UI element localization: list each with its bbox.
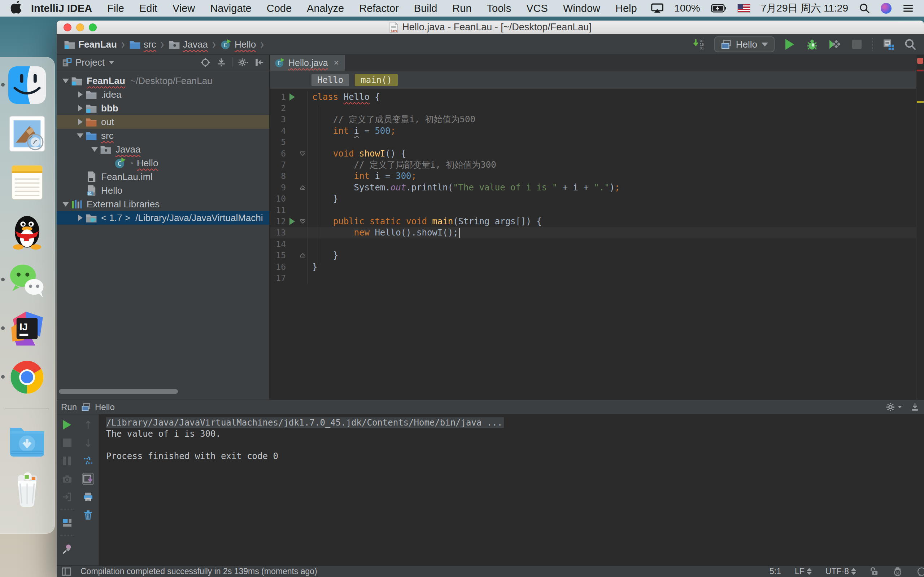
expander-closed-icon[interactable]	[75, 119, 86, 125]
collapse-all-icon[interactable]	[216, 57, 226, 68]
menu-intellij-idea[interactable]: IntelliJ IDEA	[30, 3, 100, 15]
notifications-icon[interactable]	[916, 567, 924, 576]
tree-item-.idea[interactable]: .idea	[57, 88, 269, 102]
menu-navigate[interactable]: Navigate	[202, 3, 259, 15]
run-tab-label[interactable]: Hello	[95, 402, 115, 412]
menu-build[interactable]: Build	[406, 3, 445, 15]
expander-open-icon[interactable]	[60, 202, 71, 206]
settings-gear-icon[interactable]	[238, 57, 248, 68]
window-title-bar[interactable]: java Hello.java - FeanLau - [~/Desktop/F…	[57, 21, 924, 34]
run-settings-button[interactable]	[886, 403, 903, 412]
tree-item-out[interactable]: out	[57, 115, 269, 129]
breadcrumb-class[interactable]: Hello	[312, 74, 349, 86]
console-line[interactable]: Process finished with exit code 0	[106, 451, 924, 462]
pin-tab-icon[interactable]	[61, 543, 73, 555]
minimize-window-button[interactable]	[76, 23, 84, 31]
code-line-8[interactable]: 8 int i = 300;	[270, 171, 924, 182]
tree-item-javaa[interactable]: Javaa	[57, 142, 269, 156]
dock-mail[interactable]	[8, 115, 46, 153]
run-button[interactable]	[782, 37, 797, 52]
code-line-9[interactable]: 9 System.out.println("The value of i is …	[270, 182, 924, 193]
code-line-11[interactable]: 11	[270, 205, 924, 216]
soft-wrap-icon[interactable]	[82, 455, 94, 467]
code-line-13[interactable]: 13 new Hello().showI();	[270, 227, 924, 239]
line-separator-select[interactable]: LF	[795, 567, 812, 576]
hide-run-panel-icon[interactable]	[910, 403, 920, 412]
notification-center-icon[interactable]	[902, 3, 914, 13]
status-message[interactable]: Compilation completed successfully in 2s…	[81, 567, 317, 576]
clear-console-icon[interactable]	[82, 509, 94, 521]
expander-open-icon[interactable]	[89, 147, 100, 152]
code-line-2[interactable]: 2	[270, 102, 924, 114]
close-window-button[interactable]	[63, 23, 71, 31]
console-line[interactable]	[106, 440, 924, 451]
prev-occurrence-icon[interactable]: ↑	[82, 419, 94, 431]
menu-analyze[interactable]: Analyze	[299, 3, 352, 15]
fold-open-icon[interactable]	[298, 150, 307, 157]
spotlight-search-icon[interactable]	[859, 3, 870, 14]
tree-item-hello[interactable]: 01Hello	[57, 184, 269, 197]
run-line-icon[interactable]	[286, 218, 298, 225]
menu-datetime[interactable]: 7月29日 周六 11:29	[761, 2, 848, 15]
fold-close-icon[interactable]	[298, 252, 307, 259]
console-command-line[interactable]: /Library/Java/JavaVirtualMachines/jdk1.7…	[106, 417, 924, 429]
code-line-1[interactable]: 1class Hello {	[270, 91, 924, 102]
menu-vcs[interactable]: VCS	[519, 3, 556, 15]
console-line[interactable]: The value of i is 300.	[106, 429, 924, 440]
battery-percent[interactable]: 100%	[674, 3, 700, 14]
code-line-10[interactable]: 10 }	[270, 193, 924, 205]
run-line-icon[interactable]	[286, 93, 298, 101]
menu-view[interactable]: View	[165, 3, 202, 15]
airplay-icon[interactable]	[651, 3, 663, 13]
project-structure-icon[interactable]	[881, 37, 895, 52]
run-configuration-select[interactable]: Hello	[714, 36, 775, 52]
dock-finder[interactable]	[8, 66, 46, 104]
code-line-5[interactable]: 5	[270, 137, 924, 148]
zoom-window-button[interactable]	[89, 23, 97, 31]
nav-crumb-hello[interactable]: CHello	[220, 39, 257, 50]
menu-code[interactable]: Code	[259, 3, 299, 15]
nav-crumb-src[interactable]: src	[129, 39, 157, 50]
siri-icon[interactable]	[881, 3, 892, 14]
dock-trash[interactable]	[8, 471, 46, 508]
battery-icon[interactable]	[711, 3, 727, 13]
expander-closed-icon[interactable]	[75, 105, 86, 111]
tree-item-src[interactable]: src	[57, 129, 269, 142]
close-tab-icon[interactable]: ×	[334, 58, 339, 68]
restore-layout-icon[interactable]	[61, 517, 73, 529]
error-mark[interactable]	[917, 69, 924, 71]
breadcrumb-method[interactable]: main()	[355, 74, 398, 86]
code-line-3[interactable]: 3 // 定义了成员变量i, 初始值为500	[270, 114, 924, 125]
nav-crumb-feanlau[interactable]: FeanLau	[63, 39, 118, 50]
dock-chrome[interactable]	[8, 358, 46, 396]
menu-edit[interactable]: Edit	[132, 3, 165, 15]
chevron-down-icon[interactable]	[109, 61, 114, 64]
print-icon[interactable]	[82, 491, 94, 503]
locate-file-icon[interactable]	[200, 57, 210, 68]
tree-item-feanlau[interactable]: FeanLau~/Desktop/FeanLau	[57, 74, 269, 88]
dock-qq[interactable]	[8, 213, 46, 250]
tool-window-toggle-icon[interactable]	[62, 567, 71, 576]
download-sources-icon[interactable]: 011001	[692, 37, 706, 52]
project-panel-title[interactable]: Project	[76, 57, 105, 68]
apple-menu-icon[interactable]	[10, 2, 23, 15]
stop-button[interactable]	[850, 37, 864, 52]
code-line-16[interactable]: 16}	[270, 261, 924, 272]
pause-output-button[interactable]	[61, 455, 73, 467]
code-editor[interactable]: 1class Hello {23 // 定义了成员变量i, 初始值为5004 i…	[270, 89, 924, 400]
hide-panel-icon[interactable]	[254, 57, 264, 68]
error-indicator-icon[interactable]	[917, 58, 923, 64]
code-line-17[interactable]: 17	[270, 272, 924, 284]
menu-tools[interactable]: Tools	[479, 3, 519, 15]
code-line-12[interactable]: 12 public static void main(String args[]…	[270, 216, 924, 227]
tree-item-bbb[interactable]: bbb	[57, 102, 269, 115]
menu-refactor[interactable]: Refactor	[352, 3, 406, 15]
thread-dump-icon[interactable]	[61, 473, 73, 485]
expander-closed-icon[interactable]	[75, 214, 86, 221]
fold-close-icon[interactable]	[298, 184, 307, 191]
run-with-coverage-button[interactable]	[827, 37, 842, 52]
code-line-7[interactable]: 7 // 定义了局部变量i, 初始值为300	[270, 159, 924, 170]
code-line-15[interactable]: 15 }	[270, 250, 924, 261]
search-everywhere-icon[interactable]	[903, 37, 918, 52]
code-line-6[interactable]: 6 void showI() {	[270, 148, 924, 159]
